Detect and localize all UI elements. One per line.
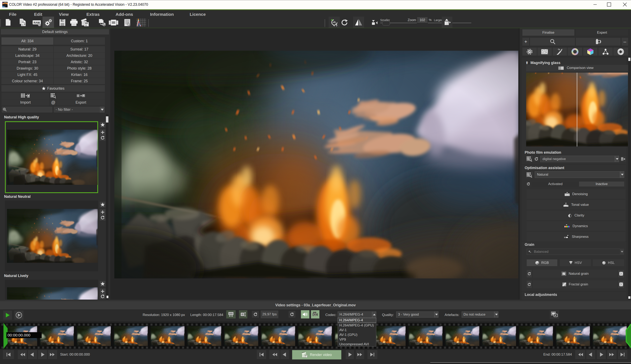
svg-text:i: i [314, 314, 315, 316]
